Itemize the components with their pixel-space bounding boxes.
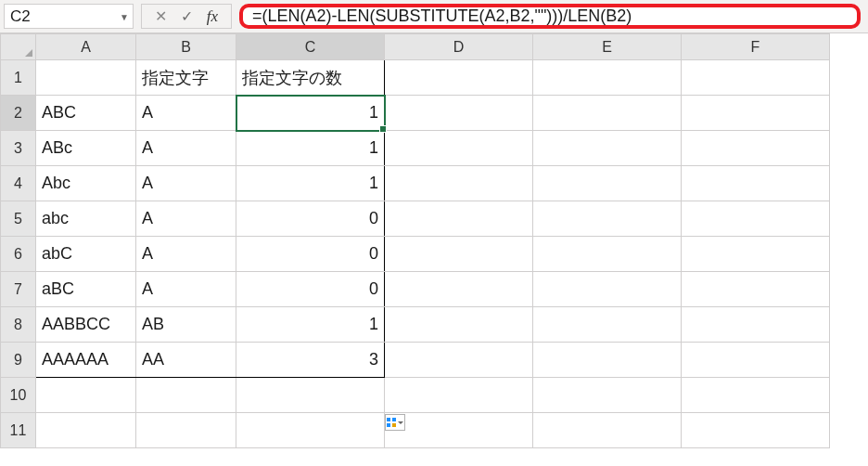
fx-icon[interactable]: fx (199, 5, 225, 29)
cell-D11[interactable] (385, 413, 533, 448)
cell-F8[interactable] (682, 307, 830, 343)
cell-D9[interactable] (385, 343, 533, 378)
row-header-5[interactable]: 5 (1, 201, 36, 237)
name-box-value: C2 (10, 7, 31, 26)
cell-A9[interactable]: AAAAAA (36, 343, 136, 378)
cell-B5[interactable]: A (136, 201, 236, 237)
cell-F3[interactable] (682, 131, 830, 166)
row-header-1[interactable]: 1 (1, 60, 36, 96)
sheet-area: A B C D E F 1 指定文字 指定文字の数 2 ABC A (0, 33, 868, 466)
cell-C7[interactable]: 0 (236, 272, 385, 307)
cell-A3[interactable]: ABc (36, 131, 136, 166)
cell-B9[interactable]: AA (136, 343, 236, 378)
cell-F5[interactable] (682, 201, 830, 237)
cell-A7[interactable]: aBC (36, 272, 136, 307)
autofill-grid-icon (387, 418, 396, 427)
col-header-E[interactable]: E (533, 34, 682, 60)
cell-B7[interactable]: A (136, 272, 236, 307)
cell-A8[interactable]: AABBCC (36, 307, 136, 343)
cell-D1[interactable] (385, 60, 533, 96)
chevron-down-icon (398, 421, 403, 424)
cell-F4[interactable] (682, 166, 830, 201)
cell-E2[interactable] (533, 96, 682, 131)
cell-B11[interactable] (136, 413, 236, 448)
cell-B6[interactable]: A (136, 237, 236, 272)
cell-E8[interactable] (533, 307, 682, 343)
cell-B10[interactable] (136, 378, 236, 413)
cell-C2[interactable]: 1 (236, 96, 385, 131)
col-header-A[interactable]: A (36, 34, 136, 60)
cell-B8[interactable]: AB (136, 307, 236, 343)
spreadsheet-grid[interactable]: A B C D E F 1 指定文字 指定文字の数 2 ABC A (0, 33, 830, 448)
cell-E6[interactable] (533, 237, 682, 272)
select-all-corner[interactable] (1, 34, 36, 60)
cell-A11[interactable] (36, 413, 136, 448)
cell-C3[interactable]: 1 (236, 131, 385, 166)
cell-F9[interactable] (682, 343, 830, 378)
cell-E9[interactable] (533, 343, 682, 378)
cell-D3[interactable] (385, 131, 533, 166)
row-header-7[interactable]: 7 (1, 272, 36, 307)
col-header-D[interactable]: D (385, 34, 533, 60)
cell-C8[interactable]: 1 (236, 307, 385, 343)
cell-C10[interactable] (236, 378, 385, 413)
cell-C9[interactable]: 3 (236, 343, 385, 378)
row-header-4[interactable]: 4 (1, 166, 36, 201)
cell-B3[interactable]: A (136, 131, 236, 166)
cell-D2[interactable] (385, 96, 533, 131)
cell-E11[interactable] (533, 413, 682, 448)
row-header-3[interactable]: 3 (1, 131, 36, 166)
cell-F10[interactable] (682, 378, 830, 413)
name-box-dropdown-icon[interactable]: ▼ (120, 11, 129, 21)
cell-C11[interactable] (236, 413, 385, 448)
row-header-2[interactable]: 2 (1, 96, 36, 131)
autofill-options-icon[interactable] (385, 414, 405, 431)
cell-E5[interactable] (533, 201, 682, 237)
cell-A5[interactable]: abc (36, 201, 136, 237)
cell-E1[interactable] (533, 60, 682, 96)
cell-A6[interactable]: abC (36, 237, 136, 272)
cell-C4[interactable]: 1 (236, 166, 385, 201)
row-header-9[interactable]: 9 (1, 343, 36, 378)
cell-D4[interactable] (385, 166, 533, 201)
row-header-11[interactable]: 11 (1, 413, 36, 448)
cell-D7[interactable] (385, 272, 533, 307)
row-header-6[interactable]: 6 (1, 237, 36, 272)
col-header-C[interactable]: C (236, 34, 385, 60)
cell-C6[interactable]: 0 (236, 237, 385, 272)
cell-F11[interactable] (682, 413, 830, 448)
cell-F1[interactable] (682, 60, 830, 96)
row-header-10[interactable]: 10 (1, 378, 36, 413)
cell-F6[interactable] (682, 237, 830, 272)
cell-D5[interactable] (385, 201, 533, 237)
cell-A2[interactable]: ABC (36, 96, 136, 131)
cell-E4[interactable] (533, 166, 682, 201)
cell-B2[interactable]: A (136, 96, 236, 131)
formula-input[interactable]: =(LEN(A2)-LEN(SUBSTITUTE(A2,B2,"")))/LEN… (252, 6, 848, 26)
enter-formula-icon[interactable]: ✓ (173, 5, 199, 29)
cell-C5[interactable]: 0 (236, 201, 385, 237)
col-header-B[interactable]: B (136, 34, 236, 60)
cell-E10[interactable] (533, 378, 682, 413)
cell-A1[interactable] (36, 60, 136, 96)
cell-A4[interactable]: Abc (36, 166, 136, 201)
row-header-8[interactable]: 8 (1, 307, 36, 343)
cancel-formula-icon[interactable]: ✕ (147, 5, 173, 29)
cell-D6[interactable] (385, 237, 533, 272)
cell-C1[interactable]: 指定文字の数 (236, 60, 385, 96)
cell-D10[interactable] (385, 378, 533, 413)
col-header-F[interactable]: F (682, 34, 830, 60)
cell-B1[interactable]: 指定文字 (136, 60, 236, 96)
cell-F7[interactable] (682, 272, 830, 307)
name-box[interactable]: C2 ▼ (4, 4, 134, 29)
cell-B4[interactable]: A (136, 166, 236, 201)
formula-buttons: ✕ ✓ fx (141, 4, 232, 29)
formula-input-highlight: =(LEN(A2)-LEN(SUBSTITUTE(A2,B2,"")))/LEN… (239, 4, 861, 29)
cell-E3[interactable] (533, 131, 682, 166)
formula-bar: C2 ▼ ✕ ✓ fx =(LEN(A2)-LEN(SUBSTITUTE(A2,… (0, 0, 868, 33)
cell-F2[interactable] (682, 96, 830, 131)
cell-E7[interactable] (533, 272, 682, 307)
cell-A10[interactable] (36, 378, 136, 413)
cell-D8[interactable] (385, 307, 533, 343)
